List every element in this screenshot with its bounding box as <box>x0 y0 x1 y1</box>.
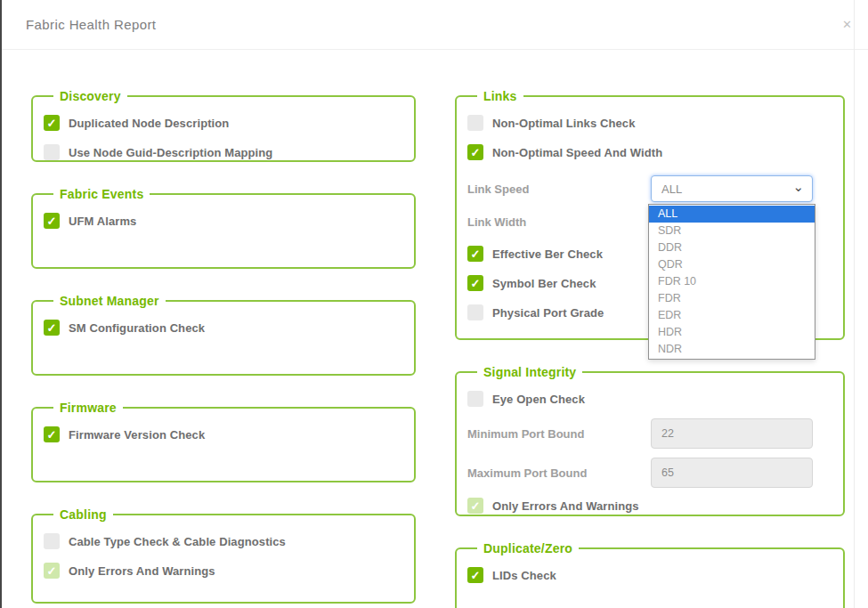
section-firmware: Firmware ✓ Firmware Version Check <box>31 401 416 482</box>
dropdown-option-fdr[interactable]: FDR <box>649 290 815 307</box>
section-discovery: Discovery ✓ Duplicated Node Description … <box>31 89 416 162</box>
checkbox-checked[interactable]: ✓ <box>44 320 60 336</box>
checkbox-checked[interactable]: ✓ <box>44 213 60 229</box>
checkbox-row-cable-type-check[interactable]: Cable Type Check & Cable Diagnostics <box>44 531 403 552</box>
checkbox-label: Eye Open Check <box>492 393 585 406</box>
dialog-body: Discovery ✓ Duplicated Node Description … <box>2 50 868 608</box>
section-fabric-events: Fabric Events ✓ UFM Alarms <box>31 187 416 269</box>
dialog-title: Fabric Health Report <box>26 17 156 32</box>
check-icon: ✓ <box>471 500 481 512</box>
check-icon: ✓ <box>47 322 57 334</box>
checkbox-row-non-optimal-speed-and-width[interactable]: ✓ Non-Optimal Speed And Width <box>467 142 832 163</box>
fabric-health-report-dialog: Fabric Health Report ✕ Discovery ✓ Dupli… <box>0 0 868 608</box>
minimum-port-bound-row: Minimum Port Bound 22 <box>467 418 832 449</box>
link-speed-label: Link Speed <box>467 182 651 196</box>
section-links: Links Non-Optimal Links Check ✓ Non-Opti… <box>455 89 845 340</box>
checkbox-label: SM Configuration Check <box>69 321 205 335</box>
dropdown-option-edr[interactable]: EDR <box>649 307 815 324</box>
link-speed-select-wrap: ALL ⌄ ALL SDR DDR QDR FDR 10 FDR EDR HDR <box>651 175 813 202</box>
checkbox-row-only-errors-and-warnings: ✓ Only Errors And Warnings <box>44 560 403 581</box>
maximum-port-bound-value: 65 <box>661 466 674 479</box>
section-duplicate-zero: Duplicate/Zero ✓ LIDs Check <box>455 541 845 608</box>
checkbox-label: Use Node Guid-Description Mapping <box>69 146 272 159</box>
check-icon: ✓ <box>471 248 481 260</box>
dropdown-option-fdr10[interactable]: FDR 10 <box>649 273 815 290</box>
dialog-header: Fabric Health Report ✕ <box>2 0 868 50</box>
dropdown-option-qdr[interactable]: QDR <box>649 256 815 273</box>
maximum-port-bound-input: 65 <box>651 458 813 488</box>
checkbox-label: Duplicated Node Description <box>69 117 229 130</box>
check-icon: ✓ <box>47 565 57 577</box>
link-speed-select[interactable]: ALL ⌄ <box>651 175 813 202</box>
section-fabric-events-legend: Fabric Events <box>53 187 150 201</box>
checkbox-label: Only Errors And Warnings <box>492 499 639 513</box>
checkbox-row-only-errors-and-warnings: ✓ Only Errors And Warnings <box>467 495 832 516</box>
section-signal-integrity-legend: Signal Integrity <box>477 365 582 379</box>
checkbox-label: Cable Type Check & Cable Diagnostics <box>69 535 286 548</box>
link-speed-select-value: ALL <box>661 182 792 196</box>
link-speed-dropdown: ALL SDR DDR QDR FDR 10 FDR EDR HDR NDR <box>648 204 815 360</box>
dropdown-option-ndr[interactable]: NDR <box>649 341 815 358</box>
right-edge-divider <box>854 0 855 608</box>
link-speed-row: Link Speed ALL ⌄ ALL SDR DDR QDR FDR 10 <box>467 175 832 202</box>
checkbox-row-sm-configuration-check[interactable]: ✓ SM Configuration Check <box>44 317 403 338</box>
checkbox-checked[interactable]: ✓ <box>467 246 483 262</box>
section-duplicate-zero-legend: Duplicate/Zero <box>477 541 579 555</box>
checkbox-unchecked[interactable] <box>44 144 60 160</box>
maximum-port-bound-row: Maximum Port Bound 65 <box>467 458 832 488</box>
section-content: ✓ SM Configuration Check <box>42 317 403 367</box>
checkbox-row-ufm-alarms[interactable]: ✓ UFM Alarms <box>44 210 403 231</box>
checkbox-label: LIDs Check <box>492 569 556 582</box>
checkbox-unchecked[interactable] <box>467 304 483 320</box>
checkbox-checked[interactable]: ✓ <box>44 115 60 131</box>
check-icon: ✓ <box>47 429 57 441</box>
section-cabling: Cabling Cable Type Check & Cable Diagnos… <box>31 507 416 604</box>
link-width-label: Link Width <box>467 215 651 229</box>
checkbox-label: Firmware Version Check <box>69 428 205 442</box>
right-column: Links Non-Optimal Links Check ✓ Non-Opti… <box>455 89 845 608</box>
check-icon: ✓ <box>47 215 57 227</box>
checkbox-row-use-node-guid-description-mapping[interactable]: Use Node Guid-Description Mapping <box>44 142 403 163</box>
section-content: ✓ Firmware Version Check <box>42 424 403 474</box>
checkbox-label: Only Errors And Warnings <box>69 564 215 578</box>
check-icon: ✓ <box>471 147 481 158</box>
check-icon: ✓ <box>471 570 481 581</box>
checkbox-unchecked[interactable] <box>467 391 483 407</box>
section-firmware-legend: Firmware <box>53 401 123 415</box>
dropdown-option-hdr[interactable]: HDR <box>649 324 815 341</box>
checkbox-row-firmware-version-check[interactable]: ✓ Firmware Version Check <box>44 424 403 445</box>
checkbox-checked-disabled: ✓ <box>467 498 483 514</box>
checkbox-checked[interactable]: ✓ <box>467 144 483 160</box>
check-icon: ✓ <box>47 118 57 129</box>
section-subnet-manager-legend: Subnet Manager <box>53 294 166 308</box>
checkbox-checked[interactable]: ✓ <box>467 567 483 583</box>
checkbox-row-eye-open-check[interactable]: Eye Open Check <box>467 388 832 409</box>
checkbox-checked[interactable]: ✓ <box>44 426 60 442</box>
checkbox-label: Effective Ber Check <box>492 247 603 261</box>
section-signal-integrity: Signal Integrity Eye Open Check Minimum … <box>455 365 845 516</box>
left-column: Discovery ✓ Duplicated Node Description … <box>31 89 416 608</box>
checkbox-row-non-optimal-links-check[interactable]: Non-Optimal Links Check <box>467 112 832 134</box>
minimum-port-bound-value: 22 <box>661 427 674 440</box>
minimum-port-bound-input: 22 <box>651 418 813 449</box>
checkbox-checked-disabled: ✓ <box>44 563 60 579</box>
checkbox-row-duplicated-node-description[interactable]: ✓ Duplicated Node Description <box>44 112 403 134</box>
checkbox-label: UFM Alarms <box>69 215 136 228</box>
maximum-port-bound-label: Maximum Port Bound <box>467 466 651 480</box>
checkbox-unchecked[interactable] <box>467 115 483 131</box>
close-icon[interactable]: ✕ <box>842 19 852 30</box>
checkbox-label: Symbol Ber Check <box>492 277 596 290</box>
dropdown-option-ddr[interactable]: DDR <box>649 239 815 256</box>
check-icon: ✓ <box>471 278 481 289</box>
checkbox-label: Non-Optimal Speed And Width <box>492 146 662 159</box>
checkbox-unchecked[interactable] <box>44 533 60 549</box>
dropdown-option-sdr[interactable]: SDR <box>649 223 815 239</box>
section-discovery-legend: Discovery <box>53 89 127 103</box>
checkbox-label: Non-Optimal Links Check <box>492 117 636 130</box>
checkbox-checked[interactable]: ✓ <box>467 275 483 291</box>
section-subnet-manager: Subnet Manager ✓ SM Configuration Check <box>31 294 416 376</box>
section-content: ✓ UFM Alarms <box>42 210 403 260</box>
dropdown-option-all[interactable]: ALL <box>649 206 815 223</box>
checkbox-row-lids-check[interactable]: ✓ LIDs Check <box>467 564 832 586</box>
section-links-legend: Links <box>477 89 523 103</box>
